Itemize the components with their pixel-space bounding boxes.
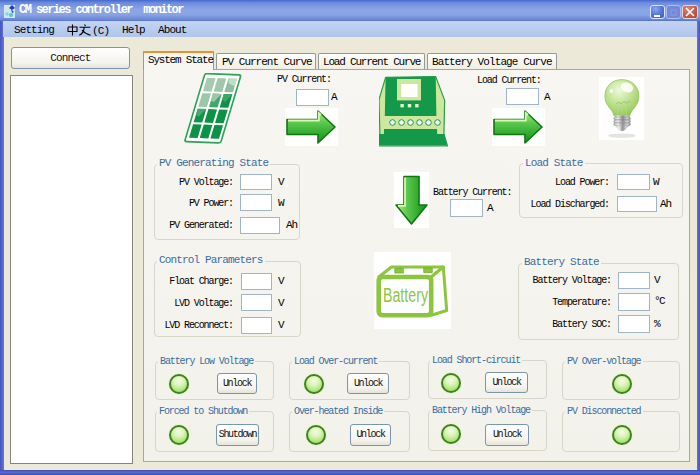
svg-text:Battery: Battery bbox=[383, 284, 428, 306]
svg-text:(C): (C) bbox=[92, 25, 109, 37]
